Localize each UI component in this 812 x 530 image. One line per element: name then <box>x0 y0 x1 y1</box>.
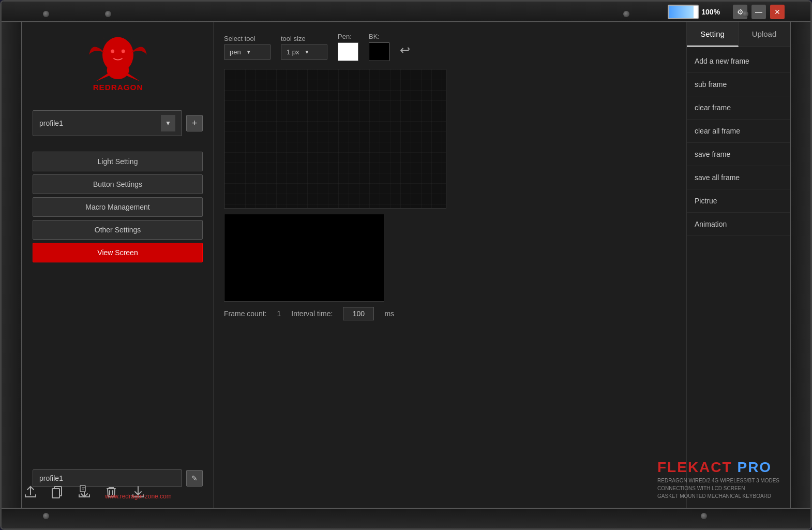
select-tool-group: Select tool pen ▼ <box>224 35 270 60</box>
pen-color-group: Pen: <box>338 33 358 61</box>
pictrue-button[interactable]: Pictrue <box>687 189 790 213</box>
nav-buttons: Light Setting Button Settings Macro Mana… <box>33 152 203 262</box>
top-border: 100% ⚙ — ✕ <box>2 2 810 22</box>
left-border <box>2 22 22 508</box>
upload-icon[interactable] <box>22 483 39 500</box>
frame-info-row: Frame count: 1 Interval time: ms <box>224 307 676 320</box>
light-setting-button[interactable]: Light Setting <box>33 152 203 171</box>
screw-tl2 <box>105 11 111 17</box>
bk-color-group: BK: <box>369 33 389 61</box>
tab-upload[interactable]: Upload <box>739 22 790 47</box>
title-bar: 100% ⚙ — ✕ <box>668 5 785 19</box>
brand-line1: REDRAGON WIRED/2.4G WIRELESS/BT 3 MODES <box>657 478 779 483</box>
panel-tabs: Setting Upload <box>687 22 790 47</box>
bottom-border <box>2 508 810 528</box>
battery-box <box>668 5 699 19</box>
brand-name: FLEKACT PRO <box>657 459 779 476</box>
website-footer: www.redragonzone.com <box>105 493 172 500</box>
clear-all-frame-button[interactable]: clear all frame <box>687 120 790 143</box>
screw-bl1 <box>43 513 49 519</box>
sidebar: REDRAGON profile1 ▼ + Light Setting Butt… <box>22 22 214 508</box>
macro-management-button[interactable]: Macro Management <box>33 197 203 217</box>
app-frame: 100% ⚙ — ✕ <box>0 0 812 530</box>
svg-rect-11 <box>80 485 85 492</box>
battery-terminal <box>698 9 699 15</box>
interval-label: Interval time: <box>291 310 333 318</box>
minimize-button[interactable]: — <box>751 5 766 19</box>
import-icon[interactable] <box>76 483 93 500</box>
profile-selector: profile1 ▼ + <box>33 110 203 136</box>
frame-preview[interactable] <box>224 214 384 302</box>
tool-select-dropdown[interactable]: pen ▼ <box>224 45 270 60</box>
canvas-toolbar: Select tool pen ▼ tool size 1 px ▼ Pen: <box>224 33 676 61</box>
select-tool-label: Select tool <box>224 35 270 42</box>
profile-add-button[interactable]: + <box>186 115 203 131</box>
bk-label: BK: <box>369 33 389 40</box>
save-all-frame-button[interactable]: save all frame <box>687 166 790 189</box>
save-frame-button[interactable]: save frame <box>687 143 790 166</box>
brand-description: REDRAGON WIRED/2.4G WIRELESS/BT 3 MODES … <box>657 477 779 500</box>
panel-buttons: Add a new frame sub frame clear frame cl… <box>687 47 790 239</box>
tool-size-dropdown[interactable]: 1 px ▼ <box>281 45 327 60</box>
redragon-logo: REDRAGON <box>77 33 159 95</box>
tool-size-group: tool size 1 px ▼ <box>281 35 327 60</box>
canvas-grid <box>224 69 446 208</box>
other-settings-button[interactable]: Other Settings <box>33 220 203 240</box>
center-area: Select tool pen ▼ tool size 1 px ▼ Pen: <box>214 22 686 508</box>
svg-point-6 <box>111 50 114 53</box>
screw-tl1 <box>43 11 49 17</box>
animation-button[interactable]: Animation <box>687 213 790 236</box>
drawing-canvas[interactable] <box>224 69 446 209</box>
frame-count-label: Frame count: <box>224 310 266 318</box>
profile-edit-button[interactable]: ✎ <box>186 470 203 487</box>
copy-icon[interactable] <box>49 483 66 500</box>
battery-indicator: 100% <box>668 5 720 19</box>
tool-selected-value: pen <box>230 48 241 56</box>
right-panel: Setting Upload Add a new frame sub frame… <box>686 22 790 508</box>
logo-area: REDRAGON <box>33 33 203 95</box>
brand-section: FLEKACT PRO REDRAGON WIRED/2.4G WIRELESS… <box>657 459 779 500</box>
size-selected-value: 1 px <box>287 48 299 56</box>
undo-button[interactable]: ↩ <box>400 43 410 57</box>
screw-tr1 <box>623 11 629 17</box>
tab-setting[interactable]: Setting <box>687 22 739 47</box>
screw-tr2 <box>742 11 748 17</box>
pen-label: Pen: <box>338 33 358 40</box>
interval-time-input[interactable] <box>343 307 374 320</box>
main-content: REDRAGON profile1 ▼ + Light Setting Butt… <box>22 22 790 508</box>
close-button[interactable]: ✕ <box>770 5 785 19</box>
ms-label: ms <box>384 310 394 318</box>
battery-percent: 100% <box>701 8 720 16</box>
svg-point-7 <box>121 50 125 53</box>
profile-dropdown-value: profile1 <box>39 119 63 127</box>
svg-point-3 <box>107 62 129 79</box>
svg-marker-5 <box>124 72 140 81</box>
battery-fill <box>669 6 694 18</box>
clear-frame-button[interactable]: clear frame <box>687 96 790 120</box>
brand-line2: CONNECTIONS WITH LCD SCREEN <box>657 485 745 491</box>
profile-dropdown[interactable]: profile1 ▼ <box>33 110 182 136</box>
button-settings-button[interactable]: Button Settings <box>33 174 203 194</box>
svg-marker-4 <box>96 72 111 81</box>
size-arrow-icon: ▼ <box>305 49 310 55</box>
view-screen-button[interactable]: View Screen <box>33 243 203 262</box>
screw-br1 <box>701 513 707 519</box>
dropdown-arrow-icon: ▼ <box>161 115 175 131</box>
bk-color-swatch[interactable] <box>369 42 389 61</box>
frame-preview-area: Frame count: 1 Interval time: ms <box>224 214 676 320</box>
right-border <box>790 22 810 508</box>
brand-line3: GASKET MOUNTED MECHANICAL KEYBOARD <box>657 493 771 499</box>
sub-frame-button[interactable]: sub frame <box>687 73 790 96</box>
edit-icon: ✎ <box>191 474 198 482</box>
pen-color-swatch[interactable] <box>338 42 358 61</box>
tool-select-arrow-icon: ▼ <box>246 49 251 55</box>
frame-count-value: 1 <box>277 310 281 318</box>
brand-pro: PRO <box>732 459 772 475</box>
svg-text:REDRAGON: REDRAGON <box>93 83 143 92</box>
brand-flekact: FLEKACT <box>657 459 732 475</box>
tool-size-label: tool size <box>281 35 327 42</box>
svg-rect-10 <box>52 489 59 498</box>
add-new-frame-button[interactable]: Add a new frame <box>687 50 790 73</box>
